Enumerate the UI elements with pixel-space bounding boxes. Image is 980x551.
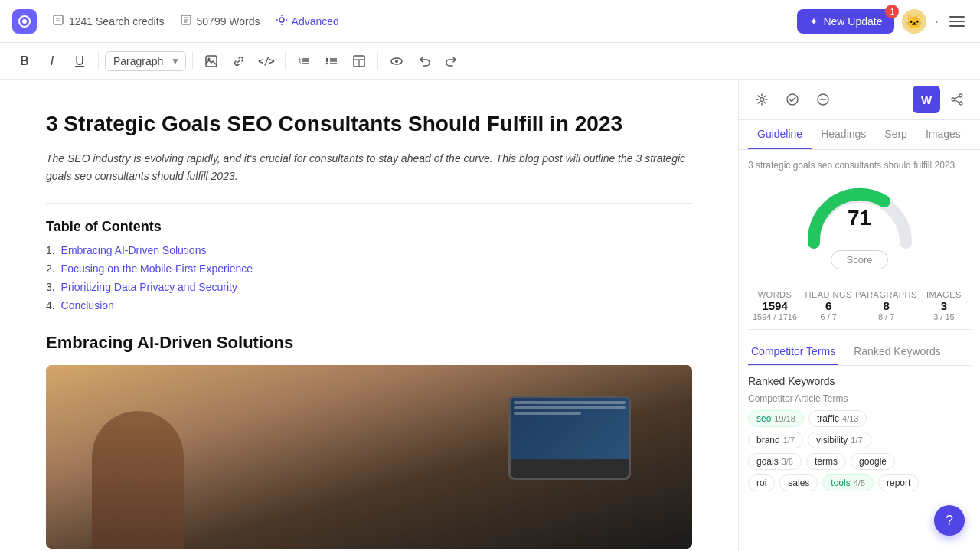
preview-button[interactable]: [384, 49, 409, 73]
stat-images-value: 3: [917, 299, 971, 312]
code-button[interactable]: </>: [254, 49, 279, 73]
paragraph-select-wrap: Paragraph Heading 1 Heading 2 Heading 3 …: [105, 51, 186, 71]
panel-icon-row: W: [739, 80, 980, 120]
stat-words-label: WORDS: [748, 290, 802, 299]
svg-point-33: [760, 98, 764, 102]
update-badge: 1: [885, 5, 899, 18]
comp-article-terms-label: Competitor Article Terms: [748, 393, 971, 404]
stat-words-value: 1594: [748, 299, 802, 312]
terms-row-1: seo 19/18 traffic 4/13: [748, 410, 971, 427]
redo-button[interactable]: [439, 49, 464, 73]
unordered-list-button[interactable]: [319, 49, 344, 73]
stat-headings-range: 6 / 7: [802, 312, 855, 321]
svg-point-32: [395, 60, 398, 63]
search-credits-label: 1241 Search credits: [69, 15, 165, 28]
term-sales: sales: [779, 474, 818, 491]
image-button[interactable]: [199, 49, 224, 73]
stat-words: WORDS 1594 1594 / 1716: [748, 290, 802, 321]
stat-paragraphs: PARAGRAPHS 8 8 / 7: [855, 290, 917, 321]
toc-list: 1. Embracing AI-Driven Solutions 2. Focu…: [46, 244, 692, 311]
toc-link-4[interactable]: Conclusion: [61, 299, 114, 311]
stats-row: WORDS 1594 1594 / 1716 HEADINGS 6 6 / 7 …: [748, 282, 971, 330]
minus-circle-icon-btn[interactable]: [809, 86, 837, 113]
stat-headings-value: 6: [802, 299, 855, 312]
ordered-list-button[interactable]: 123: [292, 49, 316, 73]
stat-images-label: IMAGES: [917, 290, 971, 299]
wordpress-icon-btn[interactable]: W: [913, 86, 940, 113]
divider-2: [192, 52, 193, 70]
check-icon-btn[interactable]: [779, 86, 806, 113]
stat-headings: HEADINGS 6 6 / 7: [802, 290, 855, 321]
words-label: 50799 Words: [197, 15, 260, 28]
laptop-screen: [511, 398, 629, 459]
stat-images-range: 3 / 15: [917, 312, 971, 321]
stat-words-range: 1594 / 1716: [748, 312, 802, 321]
stat-paragraphs-range: 8 / 7: [855, 312, 917, 321]
app-logo[interactable]: [12, 9, 37, 34]
sparkle-icon: ✦: [809, 15, 818, 28]
new-update-button[interactable]: ✦ New Update 1: [797, 9, 894, 34]
stat-images: IMAGES 3 3 / 15: [917, 290, 971, 321]
term-tools: tools 4/5: [822, 474, 874, 491]
main-layout: 3 Strategic Goals SEO Consultants Should…: [0, 80, 980, 551]
svg-point-37: [959, 94, 962, 97]
svg-line-41: [955, 100, 959, 103]
editor-area[interactable]: 3 Strategic Goals SEO Consultants Should…: [0, 80, 738, 551]
panel-content: 3 strategic goals seo consultants should…: [739, 150, 980, 551]
svg-point-27: [326, 62, 328, 64]
share-icon-btn[interactable]: [943, 86, 971, 113]
svg-line-40: [955, 96, 959, 99]
tab-headings[interactable]: Headings: [812, 120, 875, 149]
divider-1: [98, 52, 99, 70]
score-gauge: 71 Score: [748, 181, 971, 269]
help-button[interactable]: ?: [934, 505, 965, 536]
term-goals: goals 3/6: [748, 453, 802, 470]
panel-tabs: Guideline Headings Serp Images: [739, 120, 980, 150]
score-button[interactable]: Score: [831, 250, 889, 269]
svg-point-34: [787, 94, 798, 105]
avatar[interactable]: 🐱: [902, 9, 926, 34]
laptop-decoration: [508, 396, 631, 480]
article-intro: The SEO industry is evolving rapidly, an…: [46, 150, 692, 184]
image-inner: [46, 365, 692, 549]
underline-button[interactable]: U: [67, 49, 92, 73]
person-decoration: [92, 411, 184, 549]
table-button[interactable]: [347, 49, 371, 73]
toc-link-1[interactable]: Embracing AI-Driven Solutions: [61, 244, 207, 256]
comp-tab-ranked-keywords[interactable]: Ranked Keywords: [851, 339, 944, 365]
dot-menu-icon[interactable]: ·: [934, 12, 939, 30]
toc-link-2[interactable]: Focusing on the Mobile-First Experience: [61, 262, 253, 275]
competitor-tabs: Competitor Terms Ranked Keywords: [748, 339, 971, 366]
tab-serp[interactable]: Serp: [875, 120, 916, 149]
terms-row-3: goals 3/6 terms google: [748, 453, 971, 470]
stat-headings-label: HEADINGS: [802, 290, 855, 299]
bold-button[interactable]: B: [12, 49, 37, 73]
term-seo: seo 19/18: [748, 410, 804, 427]
comp-tab-competitor-terms[interactable]: Competitor Terms: [748, 339, 838, 365]
term-traffic: traffic 4/13: [808, 410, 867, 427]
svg-point-1: [22, 19, 27, 24]
italic-button[interactable]: I: [40, 49, 64, 73]
gauge-score: 71: [848, 206, 871, 230]
term-report: report: [878, 474, 919, 491]
advanced-link[interactable]: Advanced: [276, 14, 339, 28]
tab-guideline[interactable]: Guideline: [748, 120, 812, 149]
link-button[interactable]: [227, 49, 251, 73]
search-credits-stat: 1241 Search credits: [52, 14, 165, 28]
right-panel: W Guideline Headings Serp Images 3 strat…: [738, 80, 980, 551]
topbar-left: 1241 Search credits 50799 Words Advanced: [12, 9, 339, 34]
undo-button[interactable]: [412, 49, 436, 73]
toc-link-3[interactable]: Prioritizing Data Privacy and Security: [61, 281, 237, 293]
toc-item-3: 3. Prioritizing Data Privacy and Securit…: [46, 281, 692, 293]
term-terms: terms: [806, 453, 846, 470]
paragraph-select[interactable]: Paragraph Heading 1 Heading 2 Heading 3: [105, 51, 186, 71]
toc-item-4: 4. Conclusion: [46, 299, 692, 311]
toc-item-1: 1. Embracing AI-Driven Solutions: [46, 244, 692, 256]
toc-item-2: 2. Focusing on the Mobile-First Experien…: [46, 262, 692, 275]
settings-icon-btn[interactable]: [748, 86, 776, 113]
svg-point-39: [959, 102, 962, 105]
term-google: google: [851, 453, 895, 470]
tab-images[interactable]: Images: [916, 120, 970, 149]
hamburger-menu[interactable]: [946, 13, 968, 30]
toc-heading: Table of Contents: [46, 219, 692, 235]
